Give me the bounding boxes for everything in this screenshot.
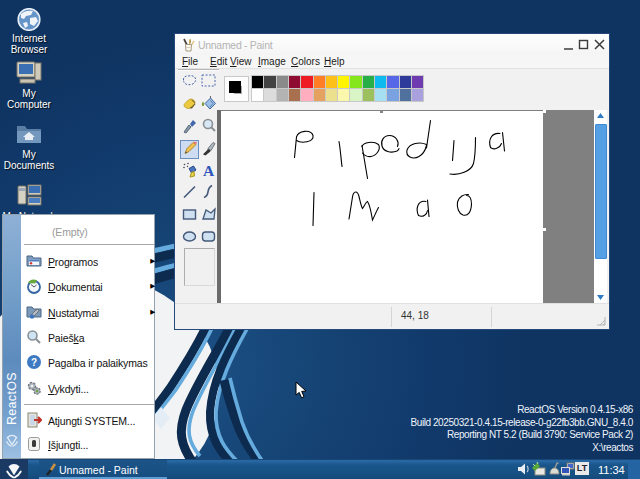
svg-text:?: ? xyxy=(31,357,37,368)
svg-text:A: A xyxy=(203,162,215,179)
